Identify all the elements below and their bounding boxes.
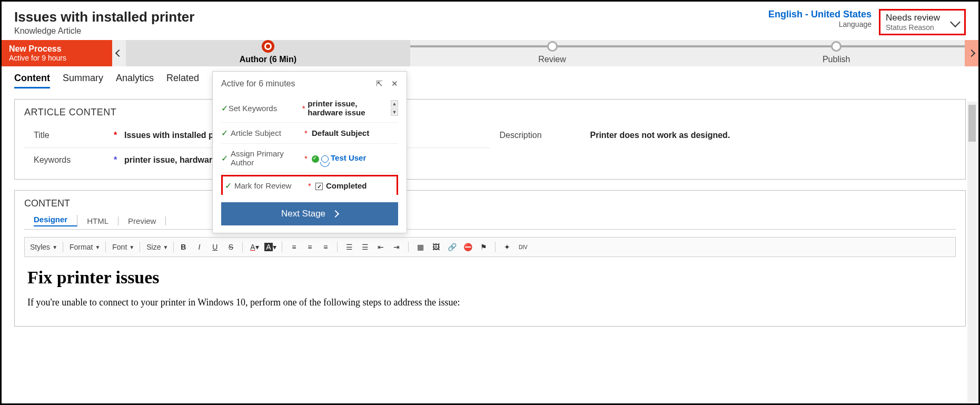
stage-label: Publish — [823, 55, 850, 64]
check-icon: ✓ — [221, 103, 229, 113]
step-set-keywords[interactable]: ✓ Set Keywords * printer issue, hardware… — [221, 94, 398, 123]
step-assign-author[interactable]: ✓ Assign Primary Author * Test User — [221, 144, 398, 173]
author-link[interactable]: Test User — [331, 153, 366, 162]
step-label: Set Keywords — [229, 104, 302, 113]
record-title: Issues with installed printer — [14, 9, 194, 25]
outdent-icon[interactable]: ⇤ — [374, 241, 387, 253]
check-icon: ✓ — [221, 153, 231, 163]
check-icon: ✓ — [221, 128, 231, 138]
required-icon: * — [308, 181, 315, 190]
step-value: printer issue, hardware issue — [308, 99, 391, 117]
editor-tab-designer[interactable]: Designer — [34, 215, 77, 226]
tab-related[interactable]: Related — [166, 73, 199, 88]
step-mark-for-review[interactable]: ✓ Mark for Review * Completed — [221, 175, 398, 195]
language-value: English - United States — [768, 9, 872, 20]
editor-toolbar: Styles▼ Format▼ Font▼ Size▼ B I U S A▾ A… — [24, 237, 956, 257]
size-select[interactable]: Size▼ — [143, 242, 174, 252]
embed-icon[interactable]: ✦ — [501, 241, 513, 253]
underline-icon[interactable]: U — [209, 241, 221, 253]
stage-indicator-icon — [831, 41, 842, 52]
bpf-stage-author[interactable]: Author (6 Min) — [126, 40, 410, 66]
align-center-icon[interactable]: ≡ — [303, 241, 316, 253]
styles-select[interactable]: Styles▼ — [27, 242, 63, 252]
status-value: Needs review — [886, 13, 940, 23]
stage-indicator-icon — [547, 41, 558, 52]
tab-summary[interactable]: Summary — [63, 73, 103, 88]
bpf-stage-review[interactable]: Review — [410, 40, 695, 66]
person-icon — [321, 155, 329, 163]
indent-icon[interactable]: ⇥ — [390, 241, 403, 253]
bullet-list-icon[interactable]: ☰ — [359, 241, 371, 253]
table-icon[interactable]: ▦ — [414, 241, 427, 253]
required-icon: * — [304, 154, 312, 163]
bg-color-icon[interactable]: A▾ — [264, 241, 276, 253]
check-icon: ✓ — [225, 181, 234, 191]
vertical-scrollbar[interactable] — [967, 102, 977, 402]
bpf-process-name[interactable]: New Process Active for 9 hours — [2, 40, 112, 66]
text-color-icon[interactable]: A▾ — [248, 241, 261, 253]
image-icon[interactable]: 🖼 — [430, 241, 442, 253]
close-icon[interactable]: ✕ — [391, 79, 398, 88]
step-label: Assign Primary Author — [231, 149, 304, 167]
strike-icon[interactable]: S — [224, 241, 237, 253]
flyout-duration: Active for 6 minutes — [221, 79, 295, 88]
step-value: Default Subject — [312, 129, 369, 137]
stage-indicator-icon — [262, 40, 274, 53]
record-header: Issues with installed printer Knowledge … — [2, 2, 978, 40]
status-reason-field[interactable]: Needs review Status Reason — [879, 9, 966, 35]
field-value: Printer does not work as designed. — [590, 131, 730, 140]
content-section: CONTENT Designer HTML Preview ↶ Styles▼ … — [14, 190, 966, 327]
chevron-left-icon — [115, 50, 123, 57]
form-tabs: Content Summary Analytics Related — [2, 66, 978, 88]
div-icon[interactable]: DIV — [517, 241, 529, 253]
required-icon: * — [114, 131, 124, 140]
align-right-icon[interactable]: ≡ — [319, 241, 332, 253]
field-label: Title — [24, 131, 114, 140]
article-content-section: ARTICLE CONTENT Title * Issues with inst… — [14, 99, 966, 180]
stage-flyout: Active for 6 minutes ⇱ ✕ ✓ Set Keywords … — [212, 71, 407, 233]
bold-icon[interactable]: B — [177, 241, 190, 253]
required-icon: * — [302, 104, 308, 113]
required-icon: * — [304, 129, 312, 137]
font-select[interactable]: Font▼ — [109, 242, 140, 252]
language-field[interactable]: English - United States Language — [768, 9, 872, 28]
recommended-icon: * — [114, 155, 124, 165]
step-scroll[interactable]: ▲▼ — [391, 100, 398, 116]
editor-tab-html[interactable]: HTML — [87, 216, 118, 225]
link-icon[interactable]: 🔗 — [446, 241, 458, 253]
chevron-down-icon — [950, 17, 961, 27]
editor-mode-tabs: Designer HTML Preview ↶ — [24, 214, 956, 230]
process-duration: Active for 9 hours — [9, 54, 105, 62]
step-article-subject[interactable]: ✓ Article Subject * Default Subject — [221, 123, 398, 144]
bpf-scroll-left[interactable] — [112, 40, 126, 66]
scroll-thumb[interactable] — [968, 105, 976, 142]
section-heading: CONTENT — [24, 198, 956, 209]
stage-label: Author (6 Min) — [240, 55, 296, 64]
bpf-stage-publish[interactable]: Publish — [694, 40, 978, 66]
tab-analytics[interactable]: Analytics — [116, 73, 154, 88]
bpf-scroll-right[interactable] — [965, 40, 978, 66]
step-value: Completed — [315, 181, 367, 191]
format-select[interactable]: Format▼ — [66, 242, 106, 252]
step-label: Article Subject — [231, 129, 304, 137]
flag-icon[interactable]: ⚑ — [477, 241, 490, 253]
dock-icon[interactable]: ⇱ — [376, 79, 383, 88]
align-left-icon[interactable]: ≡ — [288, 241, 300, 253]
editor-canvas[interactable]: Fix printer issues If you're unable to c… — [24, 257, 956, 319]
section-heading: ARTICLE CONTENT — [24, 107, 956, 118]
status-label: Status Reason — [886, 23, 940, 32]
editor-tab-preview[interactable]: Preview — [128, 216, 166, 225]
italic-icon[interactable]: I — [193, 241, 205, 253]
chevron-right-icon — [968, 50, 975, 57]
next-stage-button[interactable]: Next Stage — [221, 202, 398, 225]
button-label: Next Stage — [281, 209, 325, 219]
stage-label: Review — [538, 55, 566, 64]
description-field[interactable]: Description Printer does not work as des… — [490, 123, 956, 147]
unlink-icon[interactable]: ⛔ — [461, 241, 474, 253]
numbered-list-icon[interactable]: ☰ — [343, 241, 355, 253]
checkbox-icon[interactable] — [315, 183, 323, 190]
chevron-right-icon — [332, 210, 339, 218]
field-label: Description — [490, 131, 580, 140]
entity-type: Knowledge Article — [14, 26, 194, 36]
tab-content[interactable]: Content — [14, 73, 50, 88]
